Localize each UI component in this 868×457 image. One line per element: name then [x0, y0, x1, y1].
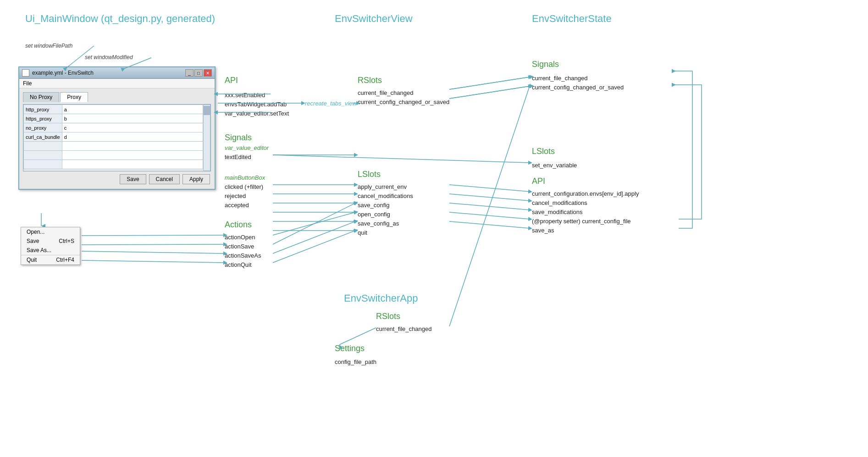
- annotation-filepath: set windowFilePath: [25, 43, 72, 49]
- key-cell: https_proxy: [24, 114, 62, 123]
- col3-header: EnvSwitcherState: [532, 13, 612, 25]
- menu-saveas-label: Save As...: [27, 247, 51, 253]
- app-rslots-header: RSlots: [376, 312, 400, 321]
- state-api-item-1: cancel_modifications: [532, 199, 587, 206]
- svg-line-30: [82, 251, 225, 253]
- maximize-btn[interactable]: □: [194, 69, 203, 77]
- svg-line-32: [449, 86, 530, 326]
- state-signals-item-0: current_file_changed: [532, 75, 587, 82]
- menu-open[interactable]: Open...: [21, 227, 80, 237]
- state-api-item-0: current_configuration.envs[env_id].apply: [532, 190, 639, 197]
- lslots-item-4: save_config_as: [358, 220, 399, 227]
- cancel-button[interactable]: Cancel: [149, 174, 180, 184]
- svg-line-22: [449, 194, 530, 201]
- minimize-btn[interactable]: _: [185, 69, 194, 77]
- window-mockup: example.yml - EnvSwitch _ □ ✕ File No Pr…: [18, 66, 216, 190]
- env-table-wrapper: http_proxy a https_proxy b no_proxy c: [23, 104, 211, 171]
- table-row: https_proxy b: [24, 114, 203, 123]
- svg-line-33: [339, 328, 376, 345]
- state-signals-header: Signals: [532, 60, 559, 69]
- menu-quit-label: Quit: [27, 257, 37, 263]
- tab-proxy[interactable]: Proxy: [60, 92, 88, 102]
- app-settings-item-0: config_file_path: [335, 358, 376, 365]
- state-api-item-2: save_modifications: [532, 209, 583, 215]
- menu-save-label: Save: [27, 238, 39, 244]
- val-cell[interactable]: b: [62, 114, 203, 123]
- svg-line-18: [273, 203, 355, 244]
- lslots-header: LSlots: [358, 170, 381, 179]
- svg-line-28: [82, 235, 225, 236]
- app-rslots-item-0: current_file_changed: [376, 325, 431, 332]
- menu-save[interactable]: Save Ctrl+S: [21, 237, 80, 246]
- menubar[interactable]: File: [19, 79, 215, 88]
- col2-header: EnvSwitcherView: [335, 13, 413, 25]
- close-btn[interactable]: ✕: [204, 69, 212, 77]
- title-icon: [22, 69, 29, 77]
- rslots-item-1: current_config_changed_or_saved: [358, 99, 449, 105]
- key-empty: [24, 151, 62, 160]
- table-row: no_proxy c: [24, 123, 203, 132]
- state-lslots-item-0: set_env_variable: [532, 162, 577, 169]
- svg-line-23: [449, 203, 530, 210]
- svg-line-19: [273, 221, 355, 253]
- key-empty: [24, 160, 62, 169]
- table-row-empty: [24, 151, 203, 160]
- state-api-item-4: save_as: [532, 227, 554, 234]
- api-item-0: xxx.setEnabled: [225, 92, 265, 99]
- env-table-main: http_proxy a https_proxy b no_proxy c: [23, 105, 203, 171]
- actions-item-3: actionQuit: [225, 261, 252, 268]
- menu-quit[interactable]: Quit Ctrl+F4: [21, 255, 80, 264]
- apply-button[interactable]: Apply: [182, 174, 210, 184]
- rslots-item-0: current_file_changed: [358, 89, 413, 96]
- svg-line-7: [449, 77, 530, 89]
- lslots-item-5: quit: [358, 229, 367, 236]
- table-row: http_proxy a: [24, 105, 203, 114]
- actions-header: Actions: [225, 220, 252, 230]
- lslots-item-3: open_config: [358, 211, 390, 218]
- lslots-item-2: save_config: [358, 202, 389, 209]
- signals-item-0: textEdited: [225, 154, 251, 160]
- val-cell[interactable]: d: [62, 132, 203, 142]
- state-lslots-header: LSlots: [532, 147, 555, 156]
- val-cell[interactable]: c: [62, 123, 203, 132]
- menu-save-shortcut: Ctrl+S: [59, 238, 74, 244]
- menu-open-label: Open...: [27, 229, 44, 235]
- key-cell: curl_ca_bundle: [24, 132, 62, 142]
- env-table: http_proxy a https_proxy b no_proxy c: [23, 105, 203, 169]
- app-settings-header: Settings: [335, 344, 365, 353]
- svg-line-20: [273, 231, 355, 263]
- val-empty: [62, 160, 203, 169]
- svg-line-9: [449, 86, 530, 99]
- save-button[interactable]: Save: [120, 174, 146, 184]
- key-empty: [24, 142, 62, 151]
- svg-line-17: [273, 212, 355, 235]
- val-cell[interactable]: a: [62, 105, 203, 114]
- key-cell: no_proxy: [24, 123, 62, 132]
- menu-quit-shortcut: Ctrl+F4: [56, 257, 74, 263]
- val-empty: [62, 142, 203, 151]
- recreate-label: recreate_tabs_view: [305, 100, 357, 107]
- window-buttons: Save Cancel Apply: [23, 171, 211, 185]
- rslots-header: RSlots: [358, 76, 382, 85]
- actions-item-2: actionSaveAs: [225, 252, 261, 259]
- actions-item-1: actionSave: [225, 243, 254, 250]
- menu-saveas[interactable]: Save As...: [21, 246, 80, 255]
- api-item-2: var_value_editor.setText: [225, 110, 289, 117]
- table-row-empty: [24, 142, 203, 151]
- val-empty: [62, 151, 203, 160]
- svg-line-8: [449, 77, 530, 89]
- annotation-modified: set windowModified: [85, 54, 133, 61]
- actions-item-0: actionOpen: [225, 234, 255, 241]
- tab-noproxy[interactable]: No Proxy: [23, 92, 59, 102]
- context-menu: Open... Save Ctrl+S Save As... Quit Ctrl…: [21, 227, 80, 265]
- api-header: API: [225, 76, 238, 85]
- signals2-item-0: clicked (+filter): [225, 183, 263, 190]
- svg-line-26: [273, 155, 530, 163]
- svg-line-21: [449, 185, 530, 192]
- window-controls: _ □ ✕: [185, 69, 212, 77]
- scrollbar[interactable]: [203, 105, 210, 171]
- titlebar: example.yml - EnvSwitch _ □ ✕: [19, 67, 215, 79]
- svg-line-24: [449, 212, 530, 219]
- var-value-editor-label: var_value_editor: [225, 144, 269, 151]
- table-row-empty: [24, 160, 203, 169]
